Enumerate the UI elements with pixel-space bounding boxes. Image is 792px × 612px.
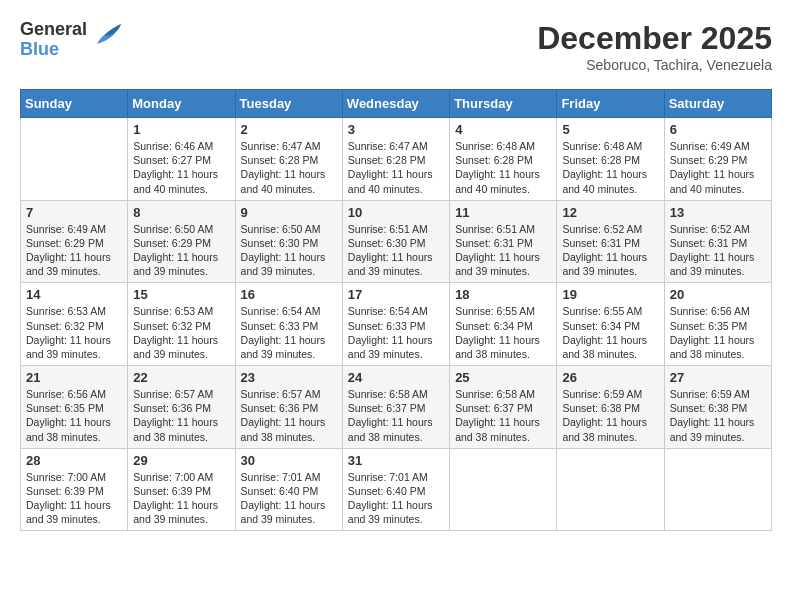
cell-sun-info: Sunrise: 6:59 AMSunset: 6:38 PMDaylight:… xyxy=(670,387,766,444)
logo-text-blue: Blue xyxy=(20,40,87,60)
page-header: General Blue December 2025 Seboruco, Tac… xyxy=(20,20,772,73)
calendar-cell: 19Sunrise: 6:55 AMSunset: 6:34 PMDayligh… xyxy=(557,283,664,366)
cell-sun-info: Sunrise: 6:59 AMSunset: 6:38 PMDaylight:… xyxy=(562,387,658,444)
cell-date-number: 15 xyxy=(133,287,229,302)
calendar-cell: 27Sunrise: 6:59 AMSunset: 6:38 PMDayligh… xyxy=(664,366,771,449)
cell-date-number: 9 xyxy=(241,205,337,220)
calendar-cell: 13Sunrise: 6:52 AMSunset: 6:31 PMDayligh… xyxy=(664,200,771,283)
calendar-cell: 28Sunrise: 7:00 AMSunset: 6:39 PMDayligh… xyxy=(21,448,128,531)
cell-sun-info: Sunrise: 7:01 AMSunset: 6:40 PMDaylight:… xyxy=(241,470,337,527)
cell-sun-info: Sunrise: 6:47 AMSunset: 6:28 PMDaylight:… xyxy=(241,139,337,196)
cell-date-number: 24 xyxy=(348,370,444,385)
cell-sun-info: Sunrise: 6:57 AMSunset: 6:36 PMDaylight:… xyxy=(133,387,229,444)
cell-sun-info: Sunrise: 6:54 AMSunset: 6:33 PMDaylight:… xyxy=(348,304,444,361)
calendar-cell: 14Sunrise: 6:53 AMSunset: 6:32 PMDayligh… xyxy=(21,283,128,366)
calendar-week-row: 21Sunrise: 6:56 AMSunset: 6:35 PMDayligh… xyxy=(21,366,772,449)
cell-date-number: 17 xyxy=(348,287,444,302)
cell-sun-info: Sunrise: 6:54 AMSunset: 6:33 PMDaylight:… xyxy=(241,304,337,361)
calendar-cell: 11Sunrise: 6:51 AMSunset: 6:31 PMDayligh… xyxy=(450,200,557,283)
calendar-cell: 21Sunrise: 6:56 AMSunset: 6:35 PMDayligh… xyxy=(21,366,128,449)
cell-date-number: 16 xyxy=(241,287,337,302)
cell-date-number: 13 xyxy=(670,205,766,220)
cell-sun-info: Sunrise: 6:56 AMSunset: 6:35 PMDaylight:… xyxy=(670,304,766,361)
cell-sun-info: Sunrise: 6:50 AMSunset: 6:30 PMDaylight:… xyxy=(241,222,337,279)
cell-date-number: 19 xyxy=(562,287,658,302)
calendar-cell: 22Sunrise: 6:57 AMSunset: 6:36 PMDayligh… xyxy=(128,366,235,449)
calendar-cell: 23Sunrise: 6:57 AMSunset: 6:36 PMDayligh… xyxy=(235,366,342,449)
calendar-cell: 8Sunrise: 6:50 AMSunset: 6:29 PMDaylight… xyxy=(128,200,235,283)
calendar-cell: 18Sunrise: 6:55 AMSunset: 6:34 PMDayligh… xyxy=(450,283,557,366)
cell-sun-info: Sunrise: 6:56 AMSunset: 6:35 PMDaylight:… xyxy=(26,387,122,444)
calendar-table: SundayMondayTuesdayWednesdayThursdayFrid… xyxy=(20,89,772,531)
title-block: December 2025 Seboruco, Tachira, Venezue… xyxy=(537,20,772,73)
cell-date-number: 25 xyxy=(455,370,551,385)
calendar-week-row: 28Sunrise: 7:00 AMSunset: 6:39 PMDayligh… xyxy=(21,448,772,531)
calendar-cell: 15Sunrise: 6:53 AMSunset: 6:32 PMDayligh… xyxy=(128,283,235,366)
calendar-cell: 25Sunrise: 6:58 AMSunset: 6:37 PMDayligh… xyxy=(450,366,557,449)
cell-sun-info: Sunrise: 6:49 AMSunset: 6:29 PMDaylight:… xyxy=(670,139,766,196)
day-header-friday: Friday xyxy=(557,90,664,118)
cell-date-number: 29 xyxy=(133,453,229,468)
cell-date-number: 12 xyxy=(562,205,658,220)
cell-sun-info: Sunrise: 6:55 AMSunset: 6:34 PMDaylight:… xyxy=(562,304,658,361)
cell-date-number: 5 xyxy=(562,122,658,137)
cell-date-number: 23 xyxy=(241,370,337,385)
cell-sun-info: Sunrise: 6:52 AMSunset: 6:31 PMDaylight:… xyxy=(562,222,658,279)
logo-text-general: General xyxy=(20,20,87,40)
logo-bird-icon xyxy=(91,16,127,60)
cell-sun-info: Sunrise: 6:53 AMSunset: 6:32 PMDaylight:… xyxy=(26,304,122,361)
cell-date-number: 7 xyxy=(26,205,122,220)
calendar-week-row: 1Sunrise: 6:46 AMSunset: 6:27 PMDaylight… xyxy=(21,118,772,201)
cell-date-number: 20 xyxy=(670,287,766,302)
cell-sun-info: Sunrise: 6:55 AMSunset: 6:34 PMDaylight:… xyxy=(455,304,551,361)
calendar-cell: 9Sunrise: 6:50 AMSunset: 6:30 PMDaylight… xyxy=(235,200,342,283)
cell-date-number: 11 xyxy=(455,205,551,220)
month-year-title: December 2025 xyxy=(537,20,772,57)
day-header-sunday: Sunday xyxy=(21,90,128,118)
cell-sun-info: Sunrise: 6:58 AMSunset: 6:37 PMDaylight:… xyxy=(348,387,444,444)
cell-sun-info: Sunrise: 6:52 AMSunset: 6:31 PMDaylight:… xyxy=(670,222,766,279)
calendar-cell: 31Sunrise: 7:01 AMSunset: 6:40 PMDayligh… xyxy=(342,448,449,531)
calendar-cell: 29Sunrise: 7:00 AMSunset: 6:39 PMDayligh… xyxy=(128,448,235,531)
day-header-saturday: Saturday xyxy=(664,90,771,118)
cell-sun-info: Sunrise: 6:51 AMSunset: 6:31 PMDaylight:… xyxy=(455,222,551,279)
calendar-cell: 3Sunrise: 6:47 AMSunset: 6:28 PMDaylight… xyxy=(342,118,449,201)
calendar-cell: 16Sunrise: 6:54 AMSunset: 6:33 PMDayligh… xyxy=(235,283,342,366)
calendar-cell: 20Sunrise: 6:56 AMSunset: 6:35 PMDayligh… xyxy=(664,283,771,366)
cell-date-number: 14 xyxy=(26,287,122,302)
cell-sun-info: Sunrise: 7:01 AMSunset: 6:40 PMDaylight:… xyxy=(348,470,444,527)
calendar-cell: 12Sunrise: 6:52 AMSunset: 6:31 PMDayligh… xyxy=(557,200,664,283)
day-header-monday: Monday xyxy=(128,90,235,118)
cell-sun-info: Sunrise: 6:58 AMSunset: 6:37 PMDaylight:… xyxy=(455,387,551,444)
cell-sun-info: Sunrise: 6:49 AMSunset: 6:29 PMDaylight:… xyxy=(26,222,122,279)
calendar-cell xyxy=(21,118,128,201)
cell-sun-info: Sunrise: 6:50 AMSunset: 6:29 PMDaylight:… xyxy=(133,222,229,279)
calendar-cell: 4Sunrise: 6:48 AMSunset: 6:28 PMDaylight… xyxy=(450,118,557,201)
cell-date-number: 3 xyxy=(348,122,444,137)
cell-sun-info: Sunrise: 7:00 AMSunset: 6:39 PMDaylight:… xyxy=(26,470,122,527)
calendar-cell: 17Sunrise: 6:54 AMSunset: 6:33 PMDayligh… xyxy=(342,283,449,366)
cell-sun-info: Sunrise: 6:48 AMSunset: 6:28 PMDaylight:… xyxy=(562,139,658,196)
cell-date-number: 8 xyxy=(133,205,229,220)
calendar-cell: 7Sunrise: 6:49 AMSunset: 6:29 PMDaylight… xyxy=(21,200,128,283)
cell-date-number: 6 xyxy=(670,122,766,137)
location-subtitle: Seboruco, Tachira, Venezuela xyxy=(537,57,772,73)
cell-date-number: 10 xyxy=(348,205,444,220)
calendar-week-row: 14Sunrise: 6:53 AMSunset: 6:32 PMDayligh… xyxy=(21,283,772,366)
cell-date-number: 27 xyxy=(670,370,766,385)
calendar-cell xyxy=(450,448,557,531)
calendar-cell: 6Sunrise: 6:49 AMSunset: 6:29 PMDaylight… xyxy=(664,118,771,201)
calendar-cell: 30Sunrise: 7:01 AMSunset: 6:40 PMDayligh… xyxy=(235,448,342,531)
cell-date-number: 30 xyxy=(241,453,337,468)
cell-date-number: 2 xyxy=(241,122,337,137)
cell-date-number: 4 xyxy=(455,122,551,137)
calendar-header-row: SundayMondayTuesdayWednesdayThursdayFrid… xyxy=(21,90,772,118)
cell-sun-info: Sunrise: 6:47 AMSunset: 6:28 PMDaylight:… xyxy=(348,139,444,196)
cell-date-number: 28 xyxy=(26,453,122,468)
calendar-cell: 2Sunrise: 6:47 AMSunset: 6:28 PMDaylight… xyxy=(235,118,342,201)
calendar-cell xyxy=(557,448,664,531)
calendar-cell: 5Sunrise: 6:48 AMSunset: 6:28 PMDaylight… xyxy=(557,118,664,201)
day-header-wednesday: Wednesday xyxy=(342,90,449,118)
cell-sun-info: Sunrise: 7:00 AMSunset: 6:39 PMDaylight:… xyxy=(133,470,229,527)
logo: General Blue xyxy=(20,20,127,60)
